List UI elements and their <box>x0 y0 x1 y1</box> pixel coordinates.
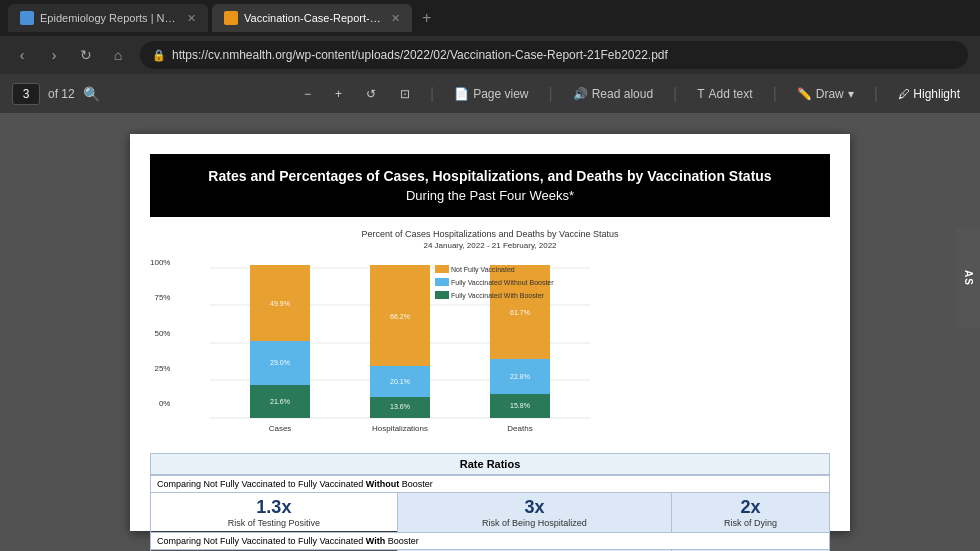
page-total: of 12 <box>48 87 75 101</box>
y-label-25: 25% <box>154 364 170 373</box>
rate-label-1-2: Risk of Being Hospitalized <box>406 518 663 528</box>
legend-booster-color <box>435 291 449 299</box>
hosp-booster-label: 13.6% <box>390 403 410 410</box>
rate-ratios-header: Rate Ratios <box>150 453 830 475</box>
divider-1: | <box>430 85 434 103</box>
page-view-icon: 📄 <box>454 87 469 101</box>
sidebar-label: AS <box>963 270 974 286</box>
zoom-in-button[interactable]: + <box>327 83 350 105</box>
deaths-booster-label: 15.8% <box>510 402 530 409</box>
hosp-x-label: Hospitalizations <box>372 424 428 433</box>
tab-1-label: Epidemiology Reports | NMDOH <box>40 12 177 24</box>
nav-bar: ‹ › ↻ ⌂ 🔒 https://cv.nmhealth.org/wp-con… <box>0 36 980 74</box>
page-title: Rates and Percentages of Cases, Hospital… <box>170 168 810 184</box>
tab-bar: Epidemiology Reports | NMDOH ✕ Vaccinati… <box>0 0 980 36</box>
tab-2-label: Vaccination-Case-Report-21Feb... <box>244 12 381 24</box>
browser-chrome: Epidemiology Reports | NMDOH ✕ Vaccinati… <box>0 0 980 114</box>
page-number-input[interactable] <box>12 83 40 105</box>
page-subtitle: During the Past Four Weeks* <box>170 188 810 203</box>
chart-subtitle: 24 January, 2022 - 21 February, 2022 <box>150 241 830 250</box>
y-label-50: 50% <box>154 329 170 338</box>
tab-1-close[interactable]: ✕ <box>187 12 196 25</box>
rate-number-1-1: 1.3x <box>159 497 389 518</box>
compare-row-2: Comparing Not Fully Vaccinated to Fully … <box>151 533 830 550</box>
rate-ratios-table: Comparing Not Fully Vaccinated to Fully … <box>150 475 830 551</box>
legend-unvax-color <box>435 265 449 273</box>
compare-label-2: Comparing Not Fully Vaccinated to Fully … <box>151 533 830 550</box>
rate-row-1: 1.3x Risk of Testing Positive 3x Risk of… <box>151 493 830 533</box>
deaths-unvax-label: 61.7% <box>510 309 530 316</box>
draw-button[interactable]: ✏️ Draw ▾ <box>789 83 862 105</box>
highlight-icon: 🖊 <box>898 87 910 101</box>
hosp-unvax-label: 66.2% <box>390 313 410 320</box>
hosp-no-booster-label: 20.1% <box>390 378 410 385</box>
draw-icon: ✏️ <box>797 87 812 101</box>
add-text-icon: T <box>697 87 704 101</box>
pdf-content: Rates and Percentages of Cases, Hospital… <box>0 114 980 551</box>
new-tab-button[interactable]: + <box>416 9 437 27</box>
chart-y-axis: 100% 75% 50% 25% 0% <box>150 258 170 408</box>
compare-row-1: Comparing Not Fully Vaccinated to Fully … <box>151 476 830 493</box>
tab-1-favicon <box>20 11 34 25</box>
compare-label-1: Comparing Not Fully Vaccinated to Fully … <box>151 476 830 493</box>
deaths-x-label: Deaths <box>507 424 532 433</box>
rate-number-1-2: 3x <box>406 497 663 518</box>
back-button[interactable]: ‹ <box>8 41 36 69</box>
forward-button[interactable]: › <box>40 41 68 69</box>
tab-2-close[interactable]: ✕ <box>391 12 400 25</box>
chart-svg: 21.6% 29.0% 49.9% Cases 13.6% 20.1% 66.2… <box>210 258 610 443</box>
legend-unvax-label: Not Fully Vaccinated <box>451 266 515 274</box>
chart-title: Percent of Cases Hospitalizations and De… <box>150 229 830 239</box>
draw-label: Draw <box>816 87 844 101</box>
cases-unvax-label: 49.9% <box>270 300 290 307</box>
pdf-search-icon[interactable]: 🔍 <box>83 86 100 102</box>
divider-2: | <box>549 85 553 103</box>
legend-booster-label: Fully Vaccinated With Booster <box>451 292 545 300</box>
legend-no-booster-label: Fully Vaccinated Without Booster <box>451 279 554 287</box>
divider-5: | <box>874 85 878 103</box>
tab-1[interactable]: Epidemiology Reports | NMDOH ✕ <box>8 4 208 32</box>
refresh-button[interactable]: ↻ <box>72 41 100 69</box>
cases-no-booster-label: 29.0% <box>270 359 290 366</box>
read-aloud-button[interactable]: 🔊 Read aloud <box>565 83 661 105</box>
address-text: https://cv.nmhealth.org/wp-content/uploa… <box>172 48 668 62</box>
tab-2-favicon <box>224 11 238 25</box>
divider-3: | <box>673 85 677 103</box>
add-text-label: Add text <box>709 87 753 101</box>
page-view-button[interactable]: 📄 Page view <box>446 83 536 105</box>
title-box: Rates and Percentages of Cases, Hospital… <box>150 154 830 217</box>
rate-label-1-3: Risk of Dying <box>680 518 821 528</box>
rate-number-1-3: 2x <box>680 497 821 518</box>
page-view-label: Page view <box>473 87 528 101</box>
pdf-toolbar: of 12 🔍 − + ↺ ⊡ | 📄 Page view | 🔊 Read a… <box>0 74 980 114</box>
zoom-out-button[interactable]: − <box>296 83 319 105</box>
address-bar[interactable]: 🔒 https://cv.nmhealth.org/wp-content/upl… <box>140 41 968 69</box>
right-sidebar[interactable]: AS <box>956 228 980 328</box>
deaths-no-booster-label: 22.8% <box>510 373 530 380</box>
home-button[interactable]: ⌂ <box>104 41 132 69</box>
rate-label-1-1: Risk of Testing Positive <box>159 518 389 528</box>
y-label-0: 0% <box>159 399 171 408</box>
y-label-75: 75% <box>154 293 170 302</box>
fit-page-button[interactable]: ⊡ <box>392 83 418 105</box>
read-aloud-icon: 🔊 <box>573 87 588 101</box>
rate-cell-1-1: 1.3x Risk of Testing Positive <box>151 493 398 533</box>
legend-no-booster-color <box>435 278 449 286</box>
pdf-page: Rates and Percentages of Cases, Hospital… <box>130 134 850 531</box>
rate-cell-1-3: 2x Risk of Dying <box>672 493 830 533</box>
divider-4: | <box>773 85 777 103</box>
add-text-button[interactable]: T Add text <box>689 83 760 105</box>
lock-icon: 🔒 <box>152 49 166 62</box>
rate-cell-1-2: 3x Risk of Being Hospitalized <box>397 493 671 533</box>
highlight-button[interactable]: 🖊 Highlight <box>890 83 968 105</box>
cases-x-label: Cases <box>269 424 292 433</box>
draw-chevron-icon: ▾ <box>848 87 854 101</box>
y-label-100: 100% <box>150 258 170 267</box>
cases-booster-label: 21.6% <box>270 398 290 405</box>
chart-section: Percent of Cases Hospitalizations and De… <box>150 229 830 443</box>
highlight-label: Highlight <box>913 87 960 101</box>
tab-2[interactable]: Vaccination-Case-Report-21Feb... ✕ <box>212 4 412 32</box>
read-aloud-label: Read aloud <box>592 87 653 101</box>
rotate-button[interactable]: ↺ <box>358 83 384 105</box>
